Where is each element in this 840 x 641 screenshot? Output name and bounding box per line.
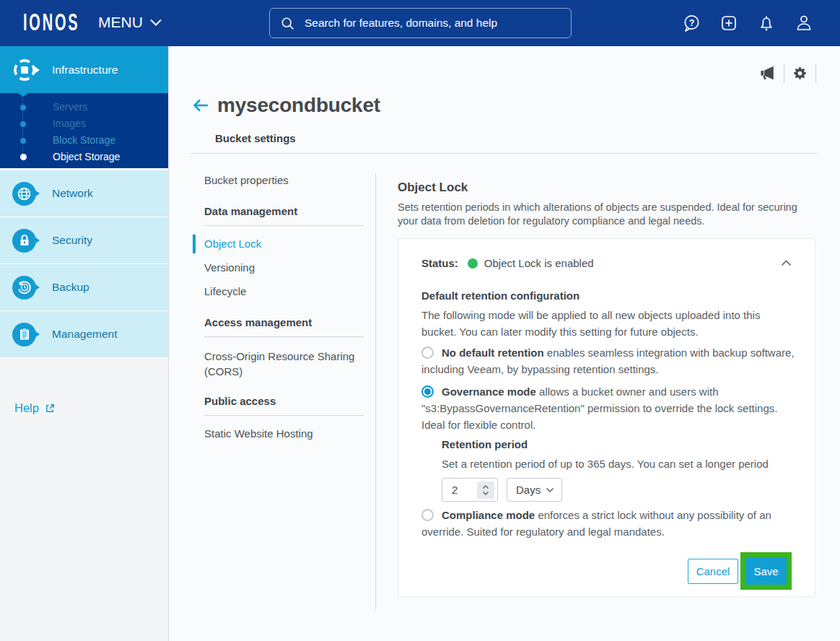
retention-days-input[interactable] (442, 479, 475, 501)
radio-governance-mode: Governance mode allows a bucket owner an… (421, 383, 792, 502)
divider (204, 336, 364, 337)
bullet-icon (20, 138, 26, 144)
back-icon[interactable] (192, 98, 209, 113)
cancel-button[interactable]: Cancel (688, 559, 738, 584)
help-icon[interactable]: ? (681, 13, 701, 33)
notifications-icon[interactable] (756, 13, 776, 33)
radio-button[interactable] (421, 509, 434, 521)
active-notch (18, 93, 28, 97)
search-icon (280, 16, 295, 31)
subnav-item-object-lock[interactable]: Object Lock (193, 237, 364, 250)
sidebar-item-label: Infrastructure (52, 64, 118, 77)
status-label: Status: (421, 257, 458, 269)
retention-config-description: The following mode will be applied to al… (421, 307, 792, 340)
tab-bucket-settings[interactable]: Bucket settings (215, 132, 296, 144)
management-icon (12, 323, 36, 346)
subnav-header-access-management: Access management (193, 316, 364, 329)
section-description: Sets retention periods in which alterati… (398, 201, 815, 228)
infrastructure-icon (12, 57, 38, 83)
help-link[interactable]: Help (14, 401, 56, 415)
subnav-item-versioning[interactable]: Versioning (193, 261, 364, 274)
backup-icon (12, 276, 36, 300)
divider (168, 46, 169, 641)
submenu-item-block-storage[interactable]: Block Storage (0, 132, 168, 149)
sidebar-item-security[interactable]: Security (0, 217, 168, 264)
bullet-icon (20, 154, 27, 160)
retention-unit-select[interactable]: Days (507, 478, 562, 502)
object-lock-card: Status: Object Lock is enabled Default r… (398, 238, 815, 597)
divider (815, 64, 816, 82)
radio-button[interactable] (421, 346, 434, 359)
radio-button-checked[interactable] (421, 385, 434, 398)
collapse-icon[interactable] (781, 260, 792, 266)
topbar: IONOS MENU Search for features, domains,… (0, 0, 840, 46)
svg-text:?: ? (689, 18, 695, 28)
sidebar-item-infrastructure[interactable]: Infrastructure (0, 46, 168, 93)
radio-no-default-retention: No default retention enables seamless in… (421, 344, 792, 378)
radio-compliance-mode: Compliance mode enforces a strict lock w… (421, 507, 792, 540)
subnav-header-public-access: Public access (193, 395, 364, 408)
bullet-icon (20, 105, 26, 110)
sidebar-item-management[interactable]: Management (0, 311, 168, 358)
security-icon (12, 229, 36, 253)
save-highlight-annotation: Save (740, 552, 792, 590)
submenu-item-servers[interactable]: Servers (0, 99, 168, 115)
external-link-icon (45, 403, 56, 414)
sidebar: Infrastructure Servers Images Block Stor… (0, 46, 168, 641)
status-text: Object Lock is enabled (484, 257, 594, 269)
subnav-item-static-website-hosting[interactable]: Static Website Hosting (193, 427, 364, 440)
divider (375, 173, 376, 609)
subnav-item-bucket-properties[interactable]: Bucket properties (193, 174, 364, 187)
page-title: mysecondbucket (217, 94, 380, 117)
retention-days-input-wrap (442, 478, 498, 502)
subnav-item-cors[interactable]: Cross-Origin Resource Sharing (CORS) (193, 349, 364, 379)
divider (204, 225, 364, 226)
settings-subnav: Bucket properties Data management Object… (193, 170, 364, 440)
divider (204, 415, 364, 416)
network-icon (12, 182, 36, 206)
main-content: mysecondbucket Bucket settings Bucket pr… (169, 46, 840, 641)
number-stepper[interactable] (477, 481, 494, 499)
search-input[interactable]: Search for features, domains, and help (269, 8, 572, 38)
submenu-item-object-storage[interactable]: Object Storage (0, 149, 168, 165)
account-icon[interactable] (794, 13, 814, 33)
retention-config-heading: Default retention configuration (421, 289, 792, 302)
status-dot-icon (468, 258, 478, 269)
save-button[interactable]: Save (745, 557, 787, 585)
sidebar-item-network[interactable]: Network (0, 170, 168, 217)
chevron-down-icon (150, 19, 162, 26)
chevron-down-icon (546, 487, 554, 493)
menu-label: MENU (98, 14, 143, 31)
subnav-item-lifecycle[interactable]: Lifecycle (193, 285, 364, 298)
add-icon[interactable] (719, 13, 739, 33)
retention-period-block: Retention period Set a retention period … (442, 436, 792, 502)
submenu-item-images[interactable]: Images (0, 115, 168, 132)
section-heading: Object Lock (398, 180, 815, 195)
settings-icon[interactable] (792, 65, 808, 82)
subnav-header-data-management: Data management (193, 205, 364, 218)
divider (191, 153, 817, 154)
retention-period-label: Retention period (442, 436, 792, 453)
retention-period-description: Set a retention period of up to 365 days… (442, 455, 792, 472)
divider (784, 64, 784, 82)
sidebar-item-backup[interactable]: Backup (0, 264, 168, 311)
bullet-icon (20, 121, 26, 127)
ionos-logo[interactable]: IONOS (23, 9, 79, 36)
search-placeholder: Search for features, domains, and help (305, 17, 497, 30)
menu-button[interactable]: MENU (98, 14, 162, 31)
announcements-icon[interactable] (759, 64, 776, 82)
sidebar-submenu: Servers Images Block Storage Object Stor… (0, 93, 168, 168)
